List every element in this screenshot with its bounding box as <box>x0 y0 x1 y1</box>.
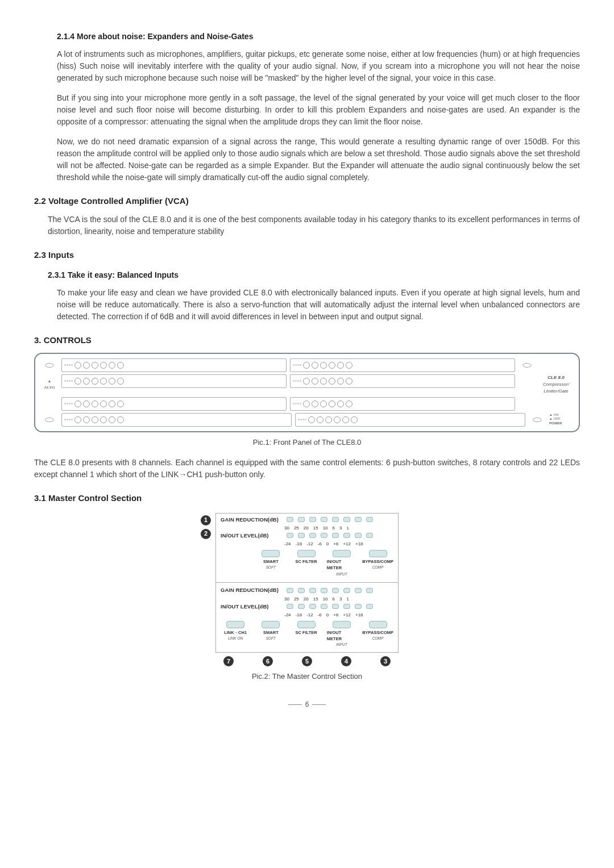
caption-pic2: Pic.2: The Master Control Section <box>34 671 580 682</box>
inout-button: IN/OUT METER INPUT <box>327 621 356 648</box>
channel-4 <box>61 413 292 427</box>
channel-1 <box>61 358 287 372</box>
scfilter-button-upper: SC FILTER <box>292 550 321 577</box>
heading-31: 3.1 Master Control Section <box>34 492 580 505</box>
panel-screw-br <box>529 413 546 427</box>
callout-1: 1 <box>201 515 211 525</box>
page-number: 6 <box>34 699 580 710</box>
callout-7: 7 <box>223 656 234 666</box>
heading-23: 2.3 Inputs <box>34 249 580 262</box>
inout-level-label: IN/OUT LEVEL(dB) <box>221 532 283 540</box>
para-22-1: The VCA is the soul of the CLE 8.0 and i… <box>48 214 580 237</box>
bypass-button: BYPASS/COMP COMP <box>362 621 393 648</box>
heading-3: 3. CONTROLS <box>34 334 580 347</box>
panel-screw-tl <box>41 358 58 372</box>
svg-point-1 <box>523 363 531 367</box>
para-231-1: To make your life easy and clean we have… <box>57 287 580 323</box>
gr-values: 3025 2015 106 31 <box>284 525 393 532</box>
scfilter-button: SC FILTER <box>292 621 321 648</box>
para-214-3: Now, we do not need dramatic expansion o… <box>57 136 580 183</box>
panel-screw-bl <box>41 413 58 427</box>
power-label: ▲ ON ▲ OFF POWER <box>549 413 573 427</box>
channel-3 <box>61 397 287 411</box>
svg-point-0 <box>45 363 53 367</box>
callout-3: 3 <box>380 656 391 666</box>
inout-level-label-2: IN/OUT LEVEL(dB) <box>221 603 283 611</box>
gain-reduction-label-2: GAIN REDUCTION(dB) <box>221 586 283 594</box>
front-panel-diagram: ▲ALTO CLE 8.0Compressor/ Limiter/Gate <box>34 353 580 432</box>
link-button: LINK→CH1 LINK ON <box>221 621 250 648</box>
heading-214: 2.1.4 More about noise: Expanders and No… <box>57 31 580 43</box>
channel-7 <box>290 397 515 411</box>
panel-screw-tr <box>518 358 536 372</box>
io-values-2: -24-18 -12-6 0+6 +12+18 <box>284 612 393 619</box>
channel-2 <box>61 374 287 388</box>
heading-22: 2.2 Voltage Controlled Amplifier (VCA) <box>34 195 580 208</box>
spacer-r3 <box>518 397 536 411</box>
svg-point-2 <box>45 418 53 422</box>
caption-pic1: Pic.1: Front Panel of The CLE8.0 <box>34 437 580 448</box>
channel-5 <box>290 358 515 372</box>
gr-values-2: 3025 2015 106 31 <box>284 596 393 603</box>
callout-4: 4 <box>341 656 351 666</box>
bypass-button-upper: BYPASS/COMP COMP <box>362 550 393 577</box>
master-upper: GAIN REDUCTION(dB) 3025 2015 106 31 IN/O… <box>216 514 398 582</box>
callout-2: 2 <box>201 529 211 539</box>
bottom-callouts: 7 6 5 4 3 <box>215 653 399 666</box>
master-diagram: 1 2 GAIN REDUCTION(dB) 3025 2015 106 31 … <box>215 513 399 667</box>
channel-8 <box>295 413 525 427</box>
channel-6 <box>290 374 515 388</box>
svg-point-3 <box>533 418 541 422</box>
io-values: -24-18 -12-6 0+6 +12+18 <box>284 541 393 548</box>
para-3-intro: The CLE 8.0 presents with 8 channels. Ea… <box>34 457 580 481</box>
callout-5: 5 <box>302 656 312 666</box>
smart-button: SMART SOFT <box>256 621 285 648</box>
inout-button-upper: IN/OUT METER INPUT <box>327 550 356 577</box>
spacer-l3 <box>41 397 58 411</box>
master-lower: GAIN REDUCTION(dB) 3025 2015 106 31 IN/O… <box>216 584 398 652</box>
para-214-2: But if you sing into your microphone mor… <box>57 92 580 128</box>
spacer-r2 <box>518 374 536 395</box>
brand-label: ▲ALTO <box>41 374 58 395</box>
heading-231: 2.3.1 Take it easy: Balanced Inputs <box>48 269 580 281</box>
para-214-1: A lot of instruments such as microphones… <box>57 48 580 84</box>
callout-6: 6 <box>263 656 273 666</box>
smart-button-upper: SMART SOFT <box>256 550 285 577</box>
model-label: CLE 8.0Compressor/ Limiter/Gate <box>539 374 573 395</box>
gain-reduction-label: GAIN REDUCTION(dB) <box>221 516 283 524</box>
